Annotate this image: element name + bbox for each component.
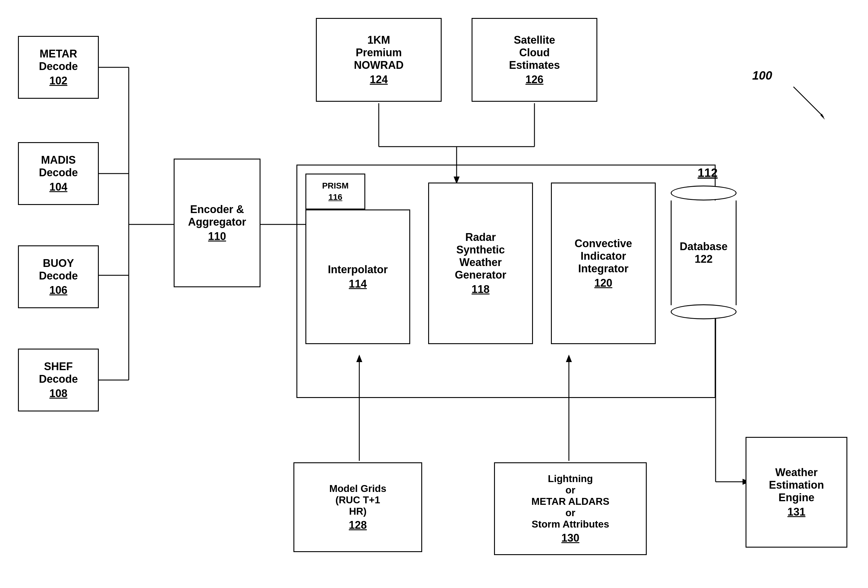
satellite-box: SatelliteCloudEstimates 126 <box>472 18 597 102</box>
weather-engine-label: WeatherEstimationEngine <box>769 466 824 504</box>
database-cylinder: Database 122 <box>671 186 737 319</box>
interpolator-box: Interpolator 114 <box>306 209 410 344</box>
shef-decode-box: SHEFDecode 108 <box>18 349 99 411</box>
prism-box: PRISM 116 <box>306 174 365 209</box>
metar-decode-ref: 102 <box>49 75 67 87</box>
database-label: Database <box>680 240 728 253</box>
nowrad-box: 1KMPremiumNOWRAD 124 <box>316 18 441 102</box>
radar-synthetic-ref: 118 <box>472 283 490 296</box>
madis-decode-label: MADISDecode <box>39 154 78 179</box>
convective-indicator-label: ConvectiveIndicatorIntegrator <box>574 237 632 275</box>
metar-decode-label: METARDecode <box>39 47 78 73</box>
buoy-decode-ref: 106 <box>49 284 67 296</box>
lightning-label: LightningorMETAR ALDARSorStorm Attribute… <box>531 473 609 530</box>
convective-indicator-ref: 120 <box>594 277 612 289</box>
interpolator-label: Interpolator <box>328 263 388 276</box>
encoder-aggregator-box: Encoder &Aggregator 110 <box>174 159 260 287</box>
shef-decode-label: SHEFDecode <box>39 360 78 385</box>
diagram-container: METARDecode 102 MADISDecode 104 BUOYDeco… <box>0 0 868 588</box>
madis-decode-box: MADISDecode 104 <box>18 142 99 205</box>
cylinder-top <box>671 186 737 200</box>
satellite-ref: 126 <box>526 73 543 86</box>
buoy-decode-label: BUOYDecode <box>39 257 78 282</box>
cylinder-body: Database 122 <box>671 200 737 305</box>
lightning-ref: 130 <box>561 532 579 544</box>
shef-decode-ref: 108 <box>49 387 67 400</box>
lightning-box: LightningorMETAR ALDARSorStorm Attribute… <box>494 462 647 555</box>
interpolator-ref: 114 <box>349 278 367 290</box>
model-grids-box: Model Grids(RUC T+1HR) 128 <box>294 462 422 552</box>
metar-decode-box: METARDecode 102 <box>18 36 99 99</box>
satellite-label: SatelliteCloudEstimates <box>509 34 560 72</box>
convective-indicator-box: ConvectiveIndicatorIntegrator 120 <box>551 183 656 344</box>
weather-engine-ref: 131 <box>787 506 805 518</box>
madis-decode-ref: 104 <box>49 181 67 193</box>
weather-engine-box: WeatherEstimationEngine 131 <box>745 437 847 548</box>
model-grids-label: Model Grids(RUC T+1HR) <box>329 483 387 517</box>
database-ref: 122 <box>695 253 713 265</box>
encoder-aggregator-ref: 110 <box>208 230 226 243</box>
cylinder-bottom <box>671 304 737 319</box>
large-box-ref-label: 112 <box>698 166 718 180</box>
encoder-aggregator-label: Encoder &Aggregator <box>188 203 246 228</box>
prism-label: PRISM <box>322 181 349 191</box>
model-grids-ref: 128 <box>349 519 367 532</box>
radar-synthetic-box: RadarSyntheticWeatherGenerator 118 <box>428 183 533 344</box>
system-ref-number: 100 <box>752 69 772 82</box>
nowrad-ref: 124 <box>370 73 388 86</box>
svg-marker-20 <box>821 114 825 120</box>
prism-ref: 116 <box>328 192 342 202</box>
nowrad-label: 1KMPremiumNOWRAD <box>354 34 404 72</box>
radar-synthetic-label: RadarSyntheticWeatherGenerator <box>455 231 506 281</box>
buoy-decode-box: BUOYDecode 106 <box>18 245 99 308</box>
